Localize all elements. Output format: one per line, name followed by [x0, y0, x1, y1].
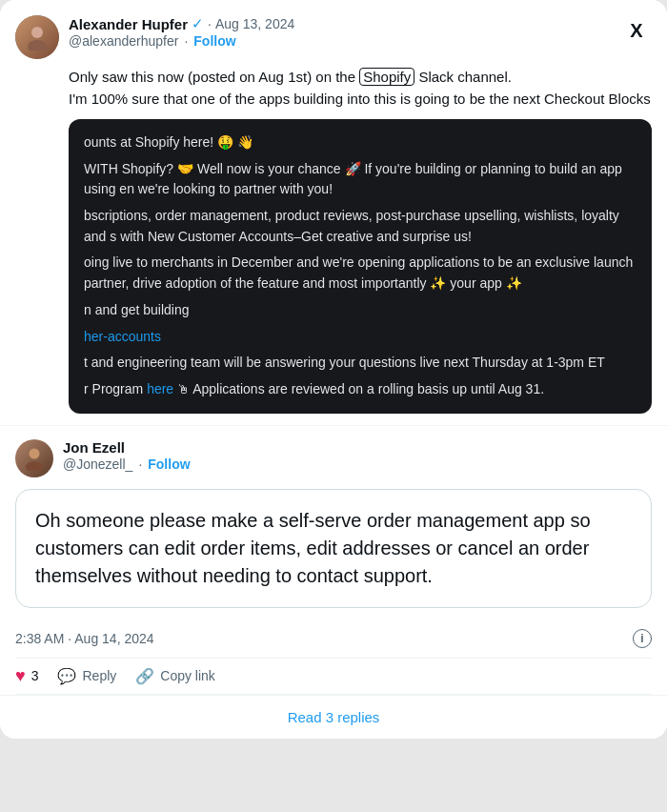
x-icon: X	[630, 20, 642, 42]
reply-label: Reply	[82, 668, 116, 683]
svg-point-1	[28, 40, 47, 51]
body-text-3: I'm 100% sure that one of the apps build…	[69, 91, 651, 107]
tweet-card: Alexander Hupfer ✓ · Aug 13, 2024 @alexa…	[0, 0, 667, 739]
author-handle: @alexanderhupfer	[69, 33, 178, 49]
x-close-button[interactable]: X	[621, 15, 652, 46]
follow-button-top[interactable]: Follow	[193, 33, 235, 49]
dark-line-8: r Program here 🖱 Applications are review…	[84, 379, 637, 400]
dark-line-7: t and engineering team will be answering…	[84, 353, 637, 374]
svg-point-3	[26, 461, 43, 471]
dark-line-2: WITH Shopify? 🤝 Well now is your chance …	[84, 159, 637, 200]
dark-line-3: bscriptions, order management, product r…	[84, 206, 637, 247]
shopify-highlight: Shopify	[359, 68, 414, 86]
reply-handle: @Jonezell_	[63, 457, 132, 472]
reply-icon: 💬	[57, 667, 76, 685]
reply-tweet: Jon Ezell @Jonezell_ · Follow Oh someone…	[0, 426, 667, 608]
quote-box: Oh someone please make a self-serve orde…	[15, 489, 652, 608]
heart-icon: ♥	[15, 666, 26, 686]
timestamp-row: 2:38 AM · Aug 14, 2024 i	[15, 629, 652, 648]
quote-text: Oh someone please make a self-serve orde…	[35, 507, 632, 590]
timestamp: 2:38 AM · Aug 14, 2024	[15, 631, 154, 646]
read-replies-text: Read 3 replies	[288, 709, 380, 725]
actions-row: ♥ 3 💬 Reply 🔗 Copy link	[15, 658, 652, 695]
likes-count: 3	[31, 668, 39, 683]
tweet-header: Alexander Hupfer ✓ · Aug 13, 2024 @alexa…	[15, 15, 652, 59]
info-button[interactable]: i	[633, 629, 652, 648]
dark-embedded-card: ounts at Shopify here! 🤑 👋 WITH Shopify?…	[69, 119, 652, 414]
tweet-meta: Alexander Hupfer ✓ · Aug 13, 2024 @alexa…	[69, 15, 652, 49]
dark-line-4: oing live to merchants in December and w…	[84, 253, 637, 294]
chain-icon: 🔗	[135, 667, 154, 685]
tweet-date: Aug 13, 2024	[215, 16, 294, 31]
dark-line-5: n and get building	[84, 300, 637, 321]
verified-icon: ✓	[192, 15, 204, 32]
top-tweet: Alexander Hupfer ✓ · Aug 13, 2024 @alexa…	[0, 0, 667, 425]
reply-author-name: Jon Ezell	[63, 439, 125, 456]
avatar-reply	[15, 439, 53, 477]
reply-header: Jon Ezell @Jonezell_ · Follow	[15, 439, 652, 477]
tweet-body: Only saw this now (posted on Aug 1st) on…	[69, 67, 652, 110]
like-action[interactable]: ♥ 3	[15, 666, 38, 686]
author-name: Alexander Hupfer	[69, 16, 188, 32]
reply-meta: Jon Ezell @Jonezell_ · Follow	[63, 439, 652, 472]
tweet-bottom: 2:38 AM · Aug 14, 2024 i ♥ 3 💬 Reply 🔗 C…	[0, 619, 667, 695]
read-replies-button[interactable]: Read 3 replies	[0, 695, 667, 739]
dark-line-1: ounts at Shopify here! 🤑 👋	[84, 132, 637, 153]
body-text-2: Slack channel.	[418, 69, 512, 85]
reply-action[interactable]: 💬 Reply	[57, 667, 116, 685]
follow-button-reply[interactable]: Follow	[148, 457, 190, 472]
svg-point-0	[31, 27, 43, 38]
dark-link-1[interactable]: her-accounts	[84, 329, 161, 344]
copy-link-label: Copy link	[160, 668, 215, 683]
dark-link-2[interactable]: here	[147, 381, 173, 396]
body-text-1: Only saw this now (posted on Aug 1st) on…	[69, 69, 355, 85]
avatar-top	[15, 15, 59, 59]
svg-point-2	[30, 448, 40, 458]
copy-link-action[interactable]: 🔗 Copy link	[135, 667, 215, 685]
dark-line-6: her-accounts	[84, 327, 637, 348]
